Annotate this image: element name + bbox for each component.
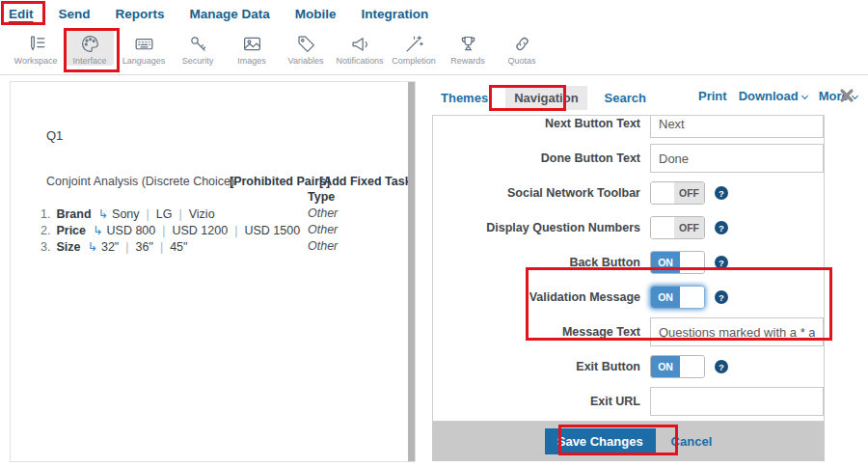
completion-icon <box>404 33 424 54</box>
attribute-type: Other <box>308 239 338 253</box>
type-column-header: Type <box>308 190 335 204</box>
question-title: Conjoint Analysis (Discrete Choice) <box>46 175 234 188</box>
rewards-icon <box>458 33 478 54</box>
toolbar-item-notifications[interactable]: Notifications <box>336 30 384 66</box>
nav-item-manage-data[interactable]: Manage Data <box>190 7 270 21</box>
help-icon[interactable]: ? <box>715 256 728 269</box>
attribute-level: USD 1500 <box>244 224 300 237</box>
tab-themes[interactable]: Themes <box>432 86 497 110</box>
back-button-toggle[interactable]: ON <box>650 251 705 274</box>
toolbar-item-workspace[interactable]: Workspace <box>12 30 60 66</box>
toolbar-item-label: Security <box>182 56 214 66</box>
add-fixed-tasks-link[interactable]: [Add Fixed Tasks <box>319 175 416 188</box>
help-icon[interactable]: ? <box>715 221 728 234</box>
form-row-exit-button: Exit ButtonON? <box>433 352 824 381</box>
level-separator: | <box>162 224 165 237</box>
exit-button-toggle[interactable]: ON <box>650 355 705 378</box>
toggle-knob <box>680 356 704 377</box>
prohibited-pairs-link[interactable]: [Prohibited Pairs] <box>230 175 330 188</box>
toggle-knob <box>680 287 704 308</box>
toolbar-item-label: Workspace <box>14 56 58 66</box>
survey-preview-panel: Q1 Conjoint Analysis (Discrete Choice) [… <box>10 81 416 462</box>
attribute-type: Other <box>308 223 338 236</box>
toolbar-item-security[interactable]: Security <box>174 30 222 66</box>
toggle-state-label: OFF <box>674 182 704 204</box>
quotas-icon <box>512 33 532 54</box>
field-label: Display Question Numbers <box>433 221 640 234</box>
nav-item-integration[interactable]: Integration <box>362 7 429 21</box>
attribute-list: 1.Brand↳Sony|LG|VizioOther2.Price↳USD 80… <box>41 206 405 256</box>
done-button-text-input[interactable] <box>650 144 824 173</box>
field-label: Validation Message <box>433 290 640 304</box>
toolbar-item-label: Languages <box>122 56 166 66</box>
attribute-level: Vizio <box>189 207 215 221</box>
display-question-numbers-toggle[interactable]: OFF <box>650 216 705 239</box>
tab-navigation[interactable]: Navigation <box>505 86 586 110</box>
validation-message-toggle[interactable]: ON <box>650 286 705 309</box>
attribute-number: 3. <box>41 240 50 254</box>
nav-item-send[interactable]: Send <box>59 7 91 21</box>
nav-item-mobile[interactable]: Mobile <box>295 7 337 21</box>
field-label: Exit Button <box>433 360 640 373</box>
toolbar-item-interface[interactable]: Interface <box>66 30 114 66</box>
field-label: Next Button Text <box>433 117 640 130</box>
toolbar-item-completion[interactable]: Completion <box>390 30 438 66</box>
field-label: Social Network Toolbar <box>433 186 640 200</box>
save-changes-button[interactable]: Save Changes <box>545 428 656 454</box>
toggle-state-label: ON <box>651 356 680 377</box>
toggle-state-label: ON <box>651 252 680 273</box>
next-button-text-input[interactable] <box>650 115 824 138</box>
field-label: Message Text <box>433 325 640 339</box>
attribute-row: 1.Brand↳Sony|LG|VizioOther <box>41 206 405 223</box>
toolbar-item-label: Interface <box>72 56 106 66</box>
toolbar-item-languages[interactable]: Languages <box>120 30 168 66</box>
toggle-state-label: OFF <box>674 217 704 238</box>
nav-item-reports[interactable]: Reports <box>116 7 165 21</box>
toolbar-item-label: Images <box>237 56 266 66</box>
help-icon[interactable]: ? <box>715 360 728 373</box>
form-row-done-button-text: Done Button Text <box>433 144 824 173</box>
toolbar-item-variables[interactable]: Variables <box>282 30 330 66</box>
level-arrow-icon: ↳ <box>98 207 108 221</box>
toolbar-item-quotas[interactable]: Quotas <box>498 30 546 66</box>
social-network-toolbar-toggle[interactable]: OFF <box>650 181 705 205</box>
level-separator: | <box>125 240 128 254</box>
cancel-link[interactable]: Cancel <box>671 434 713 449</box>
attribute-name: Price <box>56 224 86 237</box>
security-icon <box>188 33 208 54</box>
form-row-exit-url: Exit URL <box>433 387 824 416</box>
attribute-level: USD 800 <box>107 224 156 237</box>
field-label: Back Button <box>433 256 640 269</box>
interface-icon <box>80 33 100 54</box>
message-text-input[interactable] <box>650 317 824 346</box>
question-id: Q1 <box>46 128 63 143</box>
attribute-level: LG <box>156 207 173 221</box>
workspace-icon <box>26 33 46 54</box>
exit-url-input[interactable] <box>650 387 824 416</box>
toggle-state-label: ON <box>651 287 680 308</box>
form-row-message-text: Message Text <box>433 317 824 346</box>
form-row-validation-message: Validation MessageON? <box>433 283 824 312</box>
toolbar-item-label: Notifications <box>336 56 383 66</box>
preview-scrollbar[interactable] <box>408 82 415 461</box>
attribute-name: Brand <box>56 207 91 221</box>
level-separator: | <box>147 207 149 221</box>
help-icon[interactable]: ? <box>715 290 728 304</box>
download-link[interactable]: Download <box>739 89 807 103</box>
nav-item-edit[interactable]: Edit <box>9 7 34 21</box>
form-row-display-question-numbers: Display Question NumbersOFF? <box>433 213 824 242</box>
tab-search[interactable]: Search <box>596 86 655 110</box>
help-icon[interactable]: ? <box>715 186 728 200</box>
toolbar-item-rewards[interactable]: Rewards <box>444 30 492 66</box>
toolbar-item-images[interactable]: Images <box>228 30 276 66</box>
toolbar-item-label: Variables <box>288 56 324 66</box>
navigation-settings-form: Next Button TextDone Button TextSocial N… <box>432 115 825 422</box>
images-icon <box>242 33 262 54</box>
toolbar-item-label: Quotas <box>507 56 535 66</box>
attribute-row: 3.Size↳32"|36"|45"Other <box>41 239 405 256</box>
attribute-level: 32" <box>101 240 119 254</box>
toolbar-item-label: Rewards <box>450 56 485 66</box>
close-icon[interactable] <box>838 87 855 104</box>
print-link[interactable]: Print <box>698 89 727 103</box>
edit-toolbar: WorkspaceInterfaceLanguagesSecurityImage… <box>0 27 868 75</box>
